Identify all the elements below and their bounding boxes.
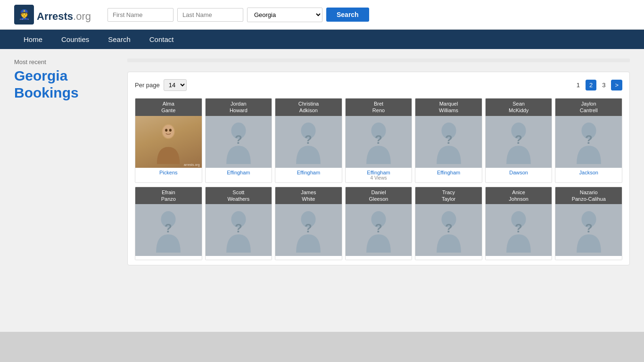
top-controls: Per page 7 10 14 20 28 50 1 2 3 > — [135, 79, 622, 91]
page-1-current: 1 — [573, 80, 584, 90]
next-page-link[interactable]: > — [611, 80, 622, 90]
mugshot-card[interactable]: James White ? — [275, 187, 342, 261]
page-3-link[interactable]: 3 — [598, 80, 609, 90]
card-name: Christina Adkison — [275, 99, 342, 116]
per-page-select[interactable]: 7 10 14 20 28 50 — [164, 79, 187, 91]
card-photo: ? — [135, 204, 202, 256]
main-content: Most recent Georgia Bookings Per page 7 … — [0, 49, 644, 332]
card-county — [415, 256, 482, 260]
logo-text: Arrests.org — [37, 6, 91, 24]
card-county — [135, 256, 202, 260]
card-photo: ? — [555, 116, 622, 168]
svg-text:?: ? — [235, 222, 242, 235]
card-name: Daniel Gleeson — [346, 187, 412, 205]
first-name-input[interactable] — [107, 8, 173, 22]
card-county: Effingham — [415, 168, 482, 177]
card-photo: ? — [346, 204, 412, 256]
state-select[interactable]: AlabamaAlaskaArizonaArkansasCaliforniaCo… — [247, 8, 322, 22]
nav-search[interactable]: Search — [99, 30, 140, 49]
sidebar: Most recent Georgia Bookings — [14, 58, 118, 322]
card-county: Effingham — [275, 168, 342, 177]
card-name: Tracy Taylor — [415, 187, 482, 205]
card-name: Sean McKiddy — [486, 99, 552, 116]
card-views: 4 Views — [347, 175, 411, 181]
mugshot-card[interactable]: Alma Gante arrests.org Pickens — [135, 98, 202, 183]
card-county: Pickens — [135, 168, 202, 177]
svg-text:?: ? — [445, 133, 453, 146]
logo-icon: 👮 — [14, 5, 34, 25]
card-photo: ? — [486, 204, 552, 256]
card-county: Effingham4 Views — [346, 168, 412, 182]
last-name-input[interactable] — [177, 8, 243, 22]
search-button[interactable]: Search — [326, 8, 369, 22]
card-photo: ? — [415, 116, 482, 168]
per-page-label: Per page — [135, 82, 160, 89]
card-county — [275, 256, 342, 260]
mugshot-card[interactable]: Marquel Williams ? Effingham — [415, 98, 482, 183]
svg-text:?: ? — [445, 222, 453, 235]
card-photo: ? — [206, 116, 272, 168]
card-name: Nazario Panzo-Calihua — [555, 187, 622, 205]
card-county — [346, 256, 412, 260]
navigation: Home Counties Search Contact — [0, 30, 644, 49]
card-name: James White — [275, 187, 342, 205]
svg-text:?: ? — [375, 133, 382, 146]
header: 👮 Arrests.org AlabamaAlaskaArizonaArkans… — [0, 0, 644, 30]
svg-text:?: ? — [585, 222, 593, 235]
page-2-link[interactable]: 2 — [586, 80, 596, 90]
mugshot-card[interactable]: Christina Adkison ? Effingham — [275, 98, 342, 183]
svg-point-1 — [163, 125, 174, 138]
card-name: Jordan Howard — [206, 99, 272, 116]
svg-text:?: ? — [235, 133, 242, 146]
card-photo: ? — [206, 204, 272, 256]
card-photo: ? — [275, 204, 342, 256]
mugshot-card[interactable]: Jordan Howard ? Effingham — [205, 98, 272, 183]
mugshot-grid-row2: Efrain Panzo ? Scott Weathers ? James Wh… — [135, 187, 622, 261]
svg-point-3 — [169, 129, 172, 132]
mugshot-card[interactable]: Scott Weathers ? — [205, 187, 272, 261]
card-name: Alma Gante — [135, 99, 202, 116]
mugshot-card[interactable]: Anice Johnson ? — [485, 187, 553, 261]
title-line1: Georgia — [14, 68, 67, 83]
card-name: Bret Reno — [346, 99, 412, 116]
card-county — [486, 256, 552, 260]
card-name: Jaylon Cantrell — [555, 99, 622, 116]
card-county — [555, 256, 622, 260]
svg-text:?: ? — [375, 222, 382, 235]
mugshot-card[interactable]: Bret Reno ? Effingham4 Views — [345, 98, 413, 183]
title-line2: Bookings — [14, 85, 79, 100]
svg-text:?: ? — [515, 133, 522, 146]
logo-link[interactable]: 👮 Arrests.org — [14, 5, 91, 25]
card-name: Scott Weathers — [206, 187, 272, 205]
card-photo: ? — [275, 116, 342, 168]
card-photo: ? — [346, 116, 412, 168]
svg-text:?: ? — [515, 222, 522, 235]
card-photo: ? — [486, 116, 552, 168]
mugshot-card[interactable]: Efrain Panzo ? — [135, 187, 202, 261]
svg-text:?: ? — [585, 133, 593, 146]
card-photo: arrests.org — [135, 116, 202, 168]
per-page-control: Per page 7 10 14 20 28 50 — [135, 79, 187, 91]
content-area: Per page 7 10 14 20 28 50 1 2 3 > — [127, 58, 630, 322]
search-area: AlabamaAlaskaArizonaArkansasCaliforniaCo… — [107, 8, 630, 22]
mugshot-card[interactable]: Sean McKiddy ? Dawson — [485, 98, 553, 183]
mugshot-card[interactable]: Nazario Panzo-Calihua ? — [555, 187, 622, 261]
svg-point-2 — [165, 129, 167, 132]
card-name: Efrain Panzo — [135, 187, 202, 205]
mugshot-card[interactable]: Jaylon Cantrell ? Jackson — [555, 98, 622, 183]
nav-home[interactable]: Home — [14, 30, 52, 49]
card-county: Effingham — [206, 168, 272, 177]
page-title: Georgia Bookings — [14, 67, 118, 101]
nav-contact[interactable]: Contact — [140, 30, 183, 49]
svg-text:?: ? — [305, 133, 313, 146]
grid-controls: Per page 7 10 14 20 28 50 1 2 3 > — [127, 72, 630, 265]
card-name: Marquel Williams — [415, 99, 482, 116]
pagination: 1 2 3 > — [573, 80, 622, 90]
card-county: Jackson — [555, 168, 622, 177]
mugshot-card[interactable]: Daniel Gleeson ? — [345, 187, 413, 261]
card-photo: ? — [555, 204, 622, 256]
mugshot-card[interactable]: Tracy Taylor ? — [415, 187, 482, 261]
most-recent-label: Most recent — [14, 58, 118, 66]
nav-counties[interactable]: Counties — [52, 30, 99, 49]
card-county — [206, 256, 272, 260]
